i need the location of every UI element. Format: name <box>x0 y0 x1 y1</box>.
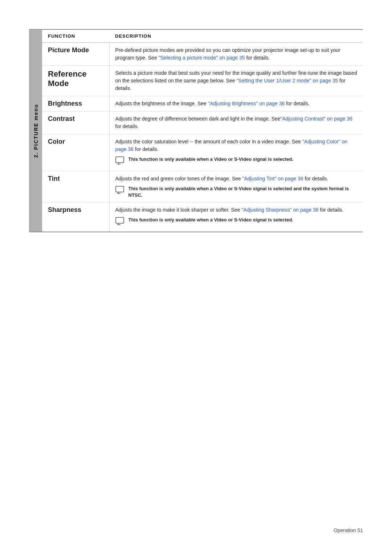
table-header-row: FUNCTION DESCRIPTION <box>42 30 363 43</box>
table-row: ColorAdjusts the color saturation level … <box>42 134 363 171</box>
description-cell: Adjusts the image to make it look sharpe… <box>109 203 363 232</box>
note-icon <box>115 186 126 197</box>
description-cell: Pre-defined picture modes are provided s… <box>109 43 363 66</box>
description-text: Adjusts the image to make it look sharpe… <box>115 206 358 214</box>
description-link[interactable]: "Adjusting Sharpness" on page 36 <box>241 207 318 213</box>
description-link[interactable]: "Selecting a picture mode" on page 35 <box>159 55 245 61</box>
page: 2. PICTURE menu FUNCTION DESCRIPTION Pic… <box>0 0 392 555</box>
table-row: Picture ModePre-defined picture modes ar… <box>42 43 363 66</box>
table-row: TintAdjusts the red and green color tone… <box>42 171 363 203</box>
table-row: ContrastAdjusts the degree of difference… <box>42 111 363 134</box>
col-header-description: DESCRIPTION <box>109 30 363 43</box>
description-text: Selects a picture mode that best suits y… <box>115 69 358 92</box>
note-text: This function is only available when a V… <box>128 156 294 163</box>
function-cell: Brightness <box>42 96 109 111</box>
description-link[interactable]: "Adjusting Tint" on page 36 <box>242 176 303 181</box>
note-text: This function is only available when a V… <box>128 185 358 199</box>
description-text: Adjusts the color saturation level -- th… <box>115 138 358 153</box>
content-table: FUNCTION DESCRIPTION Picture ModePre-def… <box>42 30 363 232</box>
description-text: Adjusts the degree of difference between… <box>115 115 358 130</box>
function-cell: Picture Mode <box>42 43 109 66</box>
note-text: This function is only available when a V… <box>128 217 294 223</box>
page-footer: Operation 51 <box>334 527 363 533</box>
note-box: This function is only available when a V… <box>115 217 358 228</box>
note-icon <box>115 217 126 228</box>
description-cell: Selects a picture mode that best suits y… <box>109 66 363 96</box>
description-link[interactable]: "Adjusting Brightness" on page 36 <box>208 101 285 106</box>
description-cell: Adjusts the brightness of the image. See… <box>109 96 363 111</box>
function-cell: Contrast <box>42 111 109 134</box>
note-box: This function is only available when a V… <box>115 156 358 167</box>
main-table-wrapper: 2. PICTURE menu FUNCTION DESCRIPTION Pic… <box>29 29 363 232</box>
description-link[interactable]: "Setting the User 1/User 2 mode" on page… <box>236 78 338 83</box>
function-cell: Color <box>42 134 109 171</box>
description-cell: Adjusts the red and green color tones of… <box>109 171 363 203</box>
description-text: Pre-defined picture modes are provided s… <box>115 46 358 62</box>
description-link[interactable]: "Adjusting Contrast" on page 36 <box>281 116 352 122</box>
svg-rect-6 <box>116 217 124 223</box>
description-link[interactable]: "Adjusting Color" on page 36 <box>115 139 348 152</box>
sidebar-label: 2. PICTURE menu <box>29 30 42 232</box>
table-row: SharpnessAdjusts the image to make it lo… <box>42 203 363 232</box>
table-row: Reference ModeSelects a picture mode tha… <box>42 66 363 96</box>
table-row: BrightnessAdjusts the brightness of the … <box>42 96 363 111</box>
note-icon <box>115 156 126 167</box>
description-text: Adjusts the brightness of the image. See… <box>115 100 358 107</box>
description-text: Adjusts the red and green color tones of… <box>115 175 358 183</box>
footer-text: Operation 51 <box>334 527 363 533</box>
description-cell: Adjusts the color saturation level -- th… <box>109 134 363 171</box>
function-cell: Sharpness <box>42 203 109 232</box>
function-cell: Tint <box>42 171 109 203</box>
function-cell: Reference Mode <box>42 66 109 96</box>
description-cell: Adjusts the degree of difference between… <box>109 111 363 134</box>
svg-rect-3 <box>116 186 124 192</box>
svg-rect-0 <box>116 157 124 163</box>
col-header-function: FUNCTION <box>42 30 109 43</box>
note-box: This function is only available when a V… <box>115 185 358 199</box>
